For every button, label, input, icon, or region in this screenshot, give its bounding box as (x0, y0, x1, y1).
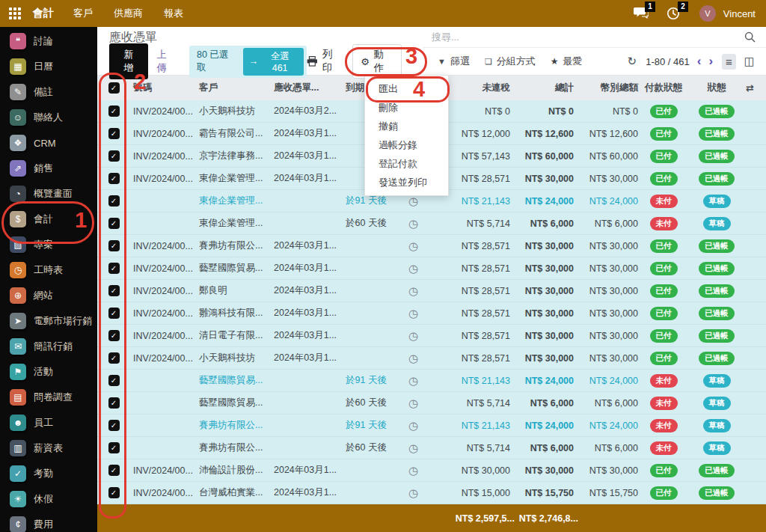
row-checkbox[interactable]: ✓ (108, 173, 120, 184)
table-row[interactable]: ✓INV/2024/00...藝墅國際貿易...2024年03月1...◷NT$… (97, 257, 766, 280)
favorites-button[interactable]: ★ 最愛 (551, 55, 583, 68)
topbar-menu-reports[interactable]: 報表 (164, 7, 183, 20)
sidebar-item-expenses[interactable]: ¢費用 (0, 512, 97, 532)
activity-clock-icon[interactable]: ◷ (408, 262, 418, 275)
menu-item-delete[interactable]: 刪除 (365, 98, 448, 117)
row-checkbox[interactable]: ✓ (108, 375, 120, 386)
actions-button[interactable]: ⚙ 動作 (352, 44, 402, 79)
table-row[interactable]: ✓藝墅國際貿易...於60 天後◷NT$ 5,714NT$ 6,000NT$ 6… (97, 392, 766, 415)
new-button[interactable]: 新增 (109, 43, 148, 79)
sidebar-item-notes[interactable]: ✎備註 (0, 79, 97, 105)
row-checkbox[interactable]: ✓ (108, 150, 120, 162)
row-checkbox[interactable]: ✓ (108, 308, 120, 319)
sidebar-item-accounting[interactable]: $會計 (0, 207, 97, 232)
sidebar-item-dashboards[interactable]: ◔概覽畫面 (0, 181, 97, 207)
user-name[interactable]: Vincent (723, 8, 756, 19)
menu-item-send-and-print[interactable]: 發送並列印 (365, 173, 448, 192)
row-checkbox[interactable]: ✓ (108, 285, 120, 296)
kanban-view-toggle[interactable]: ◫ (741, 53, 759, 70)
sidebar-item-sms-marketing[interactable]: ✉簡訊行銷 (0, 334, 97, 359)
table-row[interactable]: ✓INV/2024/00...台灣威柏實業...2024年03月1...◷NT$… (97, 482, 766, 504)
topbar-menu-customers[interactable]: 客戶 (73, 7, 93, 20)
column-header-select[interactable]: ✓ (97, 82, 130, 94)
activity-clock-icon[interactable]: ◷ (408, 329, 418, 342)
activity-clock-icon[interactable]: ◷ (408, 486, 418, 499)
row-checkbox[interactable]: ✓ (108, 397, 120, 409)
refresh-icon[interactable]: ↻ (628, 55, 637, 68)
column-header-number[interactable]: 號碼 (130, 82, 196, 94)
sidebar-item-sales[interactable]: ⇗銷售 (0, 156, 97, 181)
column-header-total[interactable]: 總計 (513, 82, 577, 94)
activity-clock-icon[interactable]: ◷ (408, 397, 418, 409)
apps-grid-icon[interactable] (9, 7, 22, 20)
sidebar-item-email-marketing[interactable]: ➤電郵市場行銷 (0, 308, 97, 334)
pager-previous-icon[interactable]: ‹ (697, 54, 702, 69)
row-checkbox[interactable]: ✓ (108, 218, 120, 229)
table-row[interactable]: ✓賽弗坊有限公...於60 天後◷NT$ 5,714NT$ 6,000NT$ 6… (97, 437, 766, 459)
sidebar-item-crm[interactable]: ❖CRM (0, 130, 97, 156)
row-checkbox[interactable]: ✓ (108, 330, 120, 341)
user-avatar[interactable]: V (699, 5, 716, 22)
print-button[interactable]: 列印 (307, 48, 342, 75)
table-row[interactable]: ✓東偉企業管理...於60 天後◷NT$ 5,714NT$ 6,000NT$ 6… (97, 213, 766, 235)
table-row[interactable]: ✓INV/2024/00...小天鵝科技坊2024年03月1...◷NT$ 28… (97, 347, 766, 370)
table-row[interactable]: ✓賽弗坊有限公...於91 天後◷NT$ 21,143NT$ 24,000NT$… (97, 415, 766, 437)
row-checkbox[interactable]: ✓ (108, 106, 120, 117)
menu-item-post-entries[interactable]: 過帳分錄 (365, 135, 448, 154)
sidebar-item-contacts[interactable]: ☺聯絡人 (0, 105, 97, 130)
column-header-invoice_date[interactable]: 應收憑單... (271, 82, 343, 94)
activity-clock-icon[interactable]: ◷ (408, 419, 418, 432)
row-checkbox[interactable]: ✓ (108, 465, 120, 476)
column-header-untaxed[interactable]: 未連稅 (438, 82, 513, 94)
table-row[interactable]: ✓INV/2024/00...沛倫設計股份...2024年03月1...◷NT$… (97, 459, 766, 482)
sidebar-item-payroll[interactable]: ▥薪資表 (0, 435, 97, 461)
menu-item-cancel[interactable]: 撤銷 (365, 117, 448, 135)
sidebar-item-attendances[interactable]: ✓考勤 (0, 461, 97, 486)
activity-clock-icon[interactable]: ◷ (408, 374, 418, 387)
activity-clock-icon[interactable]: ◷ (408, 464, 418, 477)
table-row[interactable]: ✓藝墅國際貿易...於91 天後◷NT$ 21,143NT$ 24,000NT$… (97, 370, 766, 392)
menu-item-register-payment[interactable]: 登記付款 (365, 154, 448, 173)
sidebar-item-events[interactable]: ⚑活動 (0, 359, 97, 385)
column-header-status[interactable]: 狀態 (683, 82, 743, 94)
column-header-customer[interactable]: 客戶 (196, 82, 271, 94)
sidebar-item-surveys[interactable]: ▤問卷調查 (0, 385, 97, 410)
group-by-button[interactable]: ❏ 分組方式 (485, 55, 536, 68)
row-checkbox[interactable]: ✓ (108, 487, 120, 498)
pager-next-icon[interactable]: › (708, 54, 713, 69)
activity-clock-icon[interactable]: ◷ (408, 195, 418, 207)
sidebar-item-calendar[interactable]: ▦日曆 (0, 54, 97, 79)
activities-clock-icon[interactable]: 2 (667, 7, 681, 20)
sidebar-item-timesheets[interactable]: ◷工時表 (0, 257, 97, 283)
column-header-currency_total[interactable]: 幣別總額 (577, 82, 644, 94)
row-checkbox[interactable]: ✓ (108, 263, 120, 274)
select-all-button[interactable]: → 全選 461 (243, 48, 304, 76)
search-input[interactable] (423, 31, 744, 43)
sidebar-item-employees[interactable]: ☻員工 (0, 410, 97, 435)
optional-columns-icon[interactable]: ⇄ (746, 82, 754, 94)
activity-clock-icon[interactable]: ◷ (408, 307, 418, 319)
row-checkbox[interactable]: ✓ (108, 442, 120, 453)
sidebar-item-timeoff[interactable]: ☀休假 (0, 486, 97, 512)
upload-button[interactable]: 上傳 (157, 48, 177, 75)
column-header-payment_status[interactable]: 付款狀態 (644, 82, 683, 94)
table-row[interactable]: ✓INV/2024/00...清日電子有限...2024年03月1...◷NT$… (97, 325, 766, 347)
sidebar-item-project[interactable]: ▧專案 (0, 232, 97, 257)
row-checkbox[interactable]: ✓ (108, 352, 120, 364)
activity-clock-icon[interactable]: ◷ (408, 217, 418, 230)
menu-item-export[interactable]: 匯出 (365, 79, 448, 98)
activity-clock-icon[interactable]: ◷ (408, 352, 418, 364)
column-header-settings[interactable]: ⇄ (743, 82, 766, 94)
table-row[interactable]: ✓INV/2024/00...雛鴻科技有限...2024年03月1...◷NT$… (97, 302, 766, 325)
sidebar-item-discuss[interactable]: ❝討論 (0, 28, 97, 54)
sidebar-item-website[interactable]: ⊕網站 (0, 283, 97, 308)
current-app-menu[interactable]: 會計 (33, 7, 54, 20)
row-checkbox[interactable]: ✓ (108, 195, 120, 207)
activity-clock-icon[interactable]: ◷ (408, 284, 418, 297)
row-checkbox[interactable]: ✓ (108, 420, 120, 431)
table-row[interactable]: ✓INV/2024/00...鄭良明2024年03月1...◷NT$ 28,57… (97, 280, 766, 302)
activity-clock-icon[interactable]: ◷ (408, 239, 418, 252)
row-checkbox[interactable]: ✓ (108, 240, 120, 251)
search-icon[interactable] (744, 31, 756, 43)
table-row[interactable]: ✓INV/2024/00...賽弗坊有限公...2024年03月1...◷NT$… (97, 235, 766, 257)
